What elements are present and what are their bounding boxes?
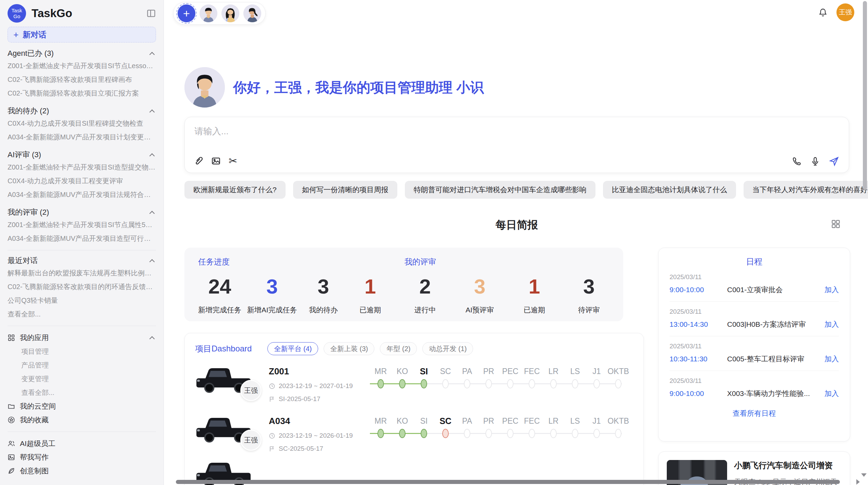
section-header-ai-review[interactable]: AI评审 (3) — [8, 149, 156, 160]
milestone-dot — [421, 379, 427, 388]
conversation-item[interactable]: C02-飞腾新能源轻客改款项目立项汇报方案 — [8, 86, 156, 100]
app-item[interactable]: 项目管理 — [8, 345, 156, 358]
image-upload-button[interactable] — [211, 156, 221, 166]
sidebar-item-favorites[interactable]: 我的收藏 — [8, 413, 156, 427]
sidebar-item-my-apps[interactable]: 我的应用 — [8, 331, 156, 345]
section-header-my-review[interactable]: 我的评审 (2) — [8, 207, 156, 218]
join-button[interactable]: 加入 — [824, 354, 839, 364]
user-avatar[interactable]: 王强 — [836, 3, 854, 21]
app-item[interactable]: 变更管理 — [8, 372, 156, 386]
scroll-down-icon[interactable] — [861, 473, 867, 477]
recent-conversation-item[interactable]: 查看全部... — [8, 307, 156, 321]
milestone-label: PR — [478, 366, 499, 376]
milestone-dot — [572, 429, 578, 438]
favorites-label: 我的收藏 — [20, 415, 49, 425]
vertical-scrollbar-thumb[interactable] — [863, 1, 867, 190]
section-header-recent[interactable]: 最近对话 — [8, 255, 156, 266]
agent-avatar[interactable] — [200, 4, 217, 22]
agent-avatar[interactable] — [243, 4, 261, 22]
milestone-dot — [550, 429, 557, 438]
view-all-schedule-link[interactable]: 查看所有日程 — [670, 409, 839, 418]
conversation-item[interactable]: Z001-全新燃油轻卡产品开发项目SI节点属性5D文件评审 — [8, 218, 156, 232]
conversation-item[interactable]: A034-全新新能源MUV产品开发项目计划变更表编写 — [8, 130, 156, 144]
app-item[interactable]: 查看全部... — [8, 386, 156, 399]
agent-avatar[interactable] — [221, 4, 239, 22]
milestone-dot — [529, 429, 535, 438]
schedule-event-title: C001-立项审批会 — [727, 285, 820, 295]
layout-grid-icon[interactable] — [831, 219, 841, 229]
add-agent-button[interactable]: + — [178, 4, 195, 22]
project-milestone-date: SC-2025-05-17 — [279, 445, 323, 452]
schedule-event-title: C005-整车工程目标评审 — [727, 354, 820, 364]
scissors-icon[interactable]: ✂ — [229, 156, 237, 166]
sidebar-item-ai-super-staff[interactable]: AI超级员工 — [8, 437, 156, 450]
milestone-label: KO — [391, 416, 413, 426]
scroll-right-icon[interactable] — [856, 479, 860, 485]
logo-text-top: Task — [12, 8, 22, 13]
project-row[interactable]: 王强 A034 2023-12-19 ~ 2026-01-19 SC-2025-… — [195, 405, 633, 455]
sidebar-item-creative-drawing[interactable]: 创意制图 — [8, 464, 156, 478]
milestone-dot — [593, 429, 600, 438]
conversation-item[interactable]: C0X4-动力总成开发项目工程变更评审 — [8, 174, 156, 188]
join-button[interactable]: 加入 — [824, 285, 839, 295]
section-header-my-todo[interactable]: 我的待办 (2) — [8, 105, 156, 116]
milestone: LR — [543, 416, 564, 438]
conversation-item[interactable]: Z001-全新燃油轻卡产品开发项目SI造型提交物评审 — [8, 160, 156, 174]
sidebar-item-cloud-space[interactable]: 我的云空间 — [8, 399, 156, 413]
conversation-item[interactable]: Z001-全新燃油皮卡产品开发项目SI节点Lesson Learn报告 — [8, 59, 156, 73]
milestone-label: FEC — [521, 416, 543, 426]
composer-input[interactable]: 请输入... — [194, 125, 839, 137]
milestone-label: LS — [564, 416, 586, 426]
composer: 请输入... ✂ — [184, 117, 849, 173]
milestone-dot — [550, 379, 557, 388]
stat-item: 24 新增完成任务 — [198, 275, 241, 315]
conversation-item[interactable]: C0X4-动力总成开发项目SI里程碑提交物检查 — [8, 116, 156, 130]
send-button[interactable] — [829, 156, 839, 166]
tab-label: 全新上装 (3) — [330, 344, 368, 353]
milestone-dot — [572, 379, 578, 388]
card-title: 我的评审 — [405, 257, 610, 267]
milestone-dot — [507, 379, 514, 388]
suggestion-chip[interactable]: 特朗普可能对进口汽车增税会对中国车企造成哪些影响 — [405, 181, 595, 199]
conversation-item[interactable]: A034-全新新能源MUV产品开发项目法规符合性评审 — [8, 188, 156, 201]
voice-call-button[interactable] — [792, 157, 801, 166]
suggestion-chip[interactable]: 如何写一份清晰的项目周报 — [293, 181, 397, 199]
greeting-title: 你好，王强，我是你的项目管理助理 小识 — [233, 78, 484, 97]
recent-conversation-item[interactable]: C02-飞腾新能源轻客改款项目的闭环通告反馈情况 — [8, 280, 156, 294]
horizontal-scrollbar-thumb[interactable] — [176, 480, 840, 484]
suggestion-chip[interactable]: 比亚迪全固态电池计划具体说了什么 — [603, 181, 736, 199]
daily-brief-title: 每日简报 — [184, 218, 849, 232]
milestone-dot — [507, 429, 514, 438]
dashboard-tab[interactable]: 动总开发 (1) — [422, 342, 473, 355]
section-title: AI评审 (3) — [8, 150, 41, 160]
milestone-timeline: MR KO SI SC — [370, 366, 633, 400]
recent-conversation-item[interactable]: 解释最新出台的欧盟报废车法规再生塑料比例被调至15%... — [8, 266, 156, 280]
notifications-button[interactable] — [818, 8, 828, 17]
sidebar-collapse-button[interactable] — [146, 9, 156, 18]
join-button[interactable]: 加入 — [824, 320, 839, 329]
recent-conversation-item[interactable]: 公司Q3轻卡销量 — [8, 294, 156, 307]
dashboard-tab[interactable]: 全新平台 (4) — [267, 342, 318, 355]
conversation-item[interactable]: C02-飞腾新能源轻客改款项目里程碑画布 — [8, 73, 156, 86]
milestone-timeline: MR KO SI SC — [370, 416, 633, 450]
dashboard-tab[interactable]: 年型 (2) — [380, 342, 417, 355]
plus-icon: + — [183, 7, 190, 20]
clock-icon — [269, 383, 275, 389]
suggestion-chip[interactable]: 当下年轻人对汽车外观有怎样的喜好趋势 — [744, 181, 868, 199]
milestone-label: J1 — [586, 416, 607, 426]
app-item[interactable]: 产品管理 — [8, 358, 156, 372]
section-header-agent-done[interactable]: Agent已办 (3) — [8, 48, 156, 59]
suggestion-chip[interactable]: 欧洲新规最近颁布了什么? — [184, 181, 286, 199]
milestone: OKTB — [607, 366, 629, 388]
sidebar-item-help-write[interactable]: 帮我写作 — [8, 450, 156, 464]
project-row[interactable]: 王强 Z001 2023-12-19 ~ 2027-01-19 SI-2025-… — [195, 355, 633, 405]
microphone-button[interactable] — [810, 157, 820, 166]
quill-icon — [8, 467, 15, 475]
join-button[interactable]: 加入 — [824, 389, 839, 398]
conversation-item[interactable]: A034-全新新能源MUV产品开发项目造型可行性评审 — [8, 232, 156, 245]
section-title: 最近对话 — [8, 256, 38, 266]
dashboard-tab[interactable]: 全新上装 (3) — [324, 342, 374, 355]
stat-item: 3 AI预评审 — [459, 275, 500, 315]
new-chat-button[interactable]: + 新对话 — [8, 27, 156, 42]
attach-button[interactable] — [193, 156, 203, 166]
